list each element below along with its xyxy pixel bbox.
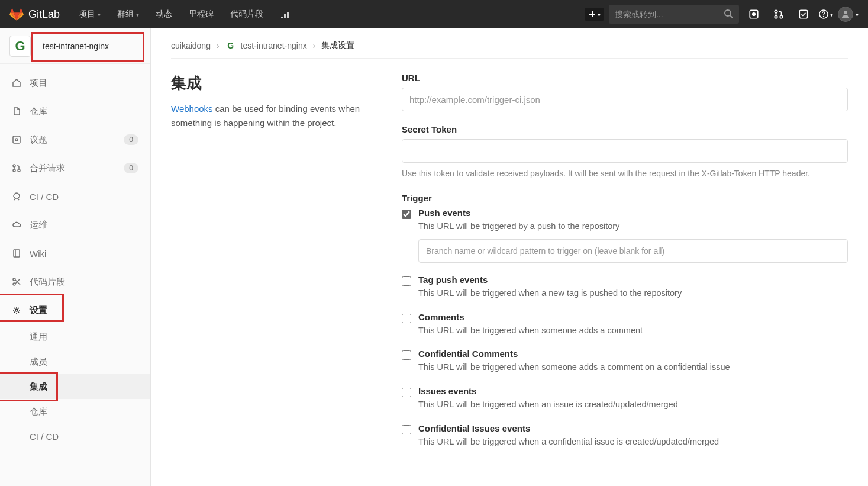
branch-filter-input[interactable] [418,239,848,263]
subnav-repository[interactable]: 仓库 [0,399,150,424]
trigger-checkbox[interactable] [402,350,411,360]
svg-point-23 [13,283,15,285]
svg-rect-0 [281,17,283,18]
chevron-down-icon: ▾ [598,11,601,18]
sidebar-item-label: Wiki [30,249,138,259]
svg-point-18 [13,165,15,167]
merge-request-icon [12,163,21,173]
svg-point-9 [775,10,777,13]
chevron-down-icon: ▾ [856,11,859,18]
project-header[interactable]: G test-intranet-nginx [0,28,150,64]
avatar-icon [838,7,853,22]
subnav-members[interactable]: 成员 [0,349,150,374]
chevron-down-icon: ▾ [136,11,139,18]
todos-icon[interactable] [793,4,814,24]
trigger-checkbox[interactable] [402,314,411,323]
trigger-issues-events: Issues events This URL will be triggered… [402,386,848,411]
project-avatar: G [9,36,31,57]
trigger-checkbox[interactable] [402,425,411,434]
svg-rect-1 [284,14,286,18]
gitlab-icon [9,7,24,21]
help-icon [818,9,829,20]
nav-projects[interactable]: 项目▾ [72,4,108,24]
sidebar-item-wiki[interactable]: Wiki [0,239,150,268]
sidebar-item-settings[interactable]: 设置 [0,296,150,324]
help-dropdown[interactable]: ▾ [818,9,833,20]
sidebar-item-label: 合并请求 [30,163,115,174]
svg-line-6 [730,15,733,18]
intro-text: Webhooks can be used for binding events … [171,102,378,130]
trigger-push-events: Push events This URL will be triggered b… [402,208,848,263]
webhooks-link[interactable]: Webhooks [171,104,213,114]
trigger-checkbox[interactable] [402,388,411,397]
sidebar-item-label: 仓库 [30,106,138,117]
project-mini-avatar: G [225,40,236,51]
trigger-confidential-comments: Confidential Comments This URL will be t… [402,349,848,374]
main-content: cuikaidong › G test-intranet-nginx › 集成设… [151,28,868,486]
sidebar-item-label: 设置 [30,305,138,316]
trigger-comments: Comments This URL will be triggered when… [402,312,848,337]
nav-groups[interactable]: 群组▾ [110,4,146,24]
trigger-desc: This URL will be triggered when an issue… [418,398,848,411]
svg-rect-4 [589,14,595,15]
svg-point-20 [18,169,20,172]
nav-more-icon[interactable] [273,5,296,24]
trigger-title: Push events [418,208,848,218]
svg-point-5 [725,10,731,16]
nav-activity[interactable]: 动态 [149,4,179,24]
sidebar-item-label: CI / CD [30,192,138,202]
svg-rect-2 [287,12,289,18]
trigger-confidential-issues: Confidential Issues events This URL will… [402,423,848,449]
url-label: URL [402,73,848,83]
trigger-checkbox[interactable] [402,210,411,219]
nav-milestones[interactable]: 里程碑 [182,4,221,24]
issues-icon[interactable] [744,4,764,24]
gear-icon [12,305,21,315]
breadcrumb: cuikaidong › G test-intranet-nginx › 集成设… [171,40,848,59]
subnav-integrations[interactable]: 集成 [0,374,150,399]
url-input[interactable] [402,88,848,111]
sidebar-item-repository[interactable]: 仓库 [0,97,150,125]
sidebar-item-snippets[interactable]: 代码片段 [0,268,150,296]
trigger-desc: This URL will be triggered by a push to … [418,220,848,233]
trigger-title: Tag push events [418,275,848,285]
svg-point-22 [13,278,15,281]
plus-icon [588,10,596,18]
search-input[interactable] [615,9,724,19]
svg-point-10 [775,15,777,18]
book-icon [12,249,21,258]
sidebar-item-label: 运维 [30,220,138,231]
user-menu[interactable]: ▾ [838,7,859,22]
subnav-cicd[interactable]: CI / CD [0,424,150,449]
trigger-checkbox[interactable] [402,276,411,286]
search-box[interactable] [609,5,739,24]
nav-items: 项目▾ 群组▾ 动态 里程碑 代码片段 [72,4,296,24]
svg-point-17 [15,139,18,141]
sidebar-item-operations[interactable]: 运维 [0,211,150,239]
home-icon [12,78,21,88]
nav-snippets[interactable]: 代码片段 [223,4,270,24]
gitlab-logo[interactable]: GitLab [9,7,60,21]
merge-request-icon[interactable] [769,4,789,24]
svg-point-11 [780,15,783,18]
rocket-icon [12,192,21,201]
secret-token-input[interactable] [402,139,848,163]
breadcrumb-project[interactable]: G test-intranet-nginx [225,40,307,51]
sidebar-item-cicd[interactable]: CI / CD [0,182,150,211]
trigger-tag-push: Tag push events This URL will be trigger… [402,275,848,300]
trigger-desc: This URL will be triggered when a new ta… [418,287,848,300]
svg-point-24 [15,309,18,311]
subnav-general[interactable]: 通用 [0,324,150,349]
sidebar-item-project[interactable]: 项目 [0,69,150,97]
new-dropdown[interactable]: ▾ [585,8,604,21]
sidebar-item-merge-requests[interactable]: 合并请求 0 [0,154,150,182]
search-icon[interactable] [724,9,733,20]
trigger-desc: This URL will be triggered when someone … [418,324,848,337]
project-name: test-intranet-nginx [43,41,109,51]
chevron-down-icon: ▾ [98,11,101,18]
page-title: 集成 [171,73,378,94]
svg-point-19 [13,169,15,172]
breadcrumb-user[interactable]: cuikaidong [171,41,211,50]
trigger-title: Issues events [418,386,848,396]
sidebar-item-issues[interactable]: 议题 0 [0,125,150,154]
